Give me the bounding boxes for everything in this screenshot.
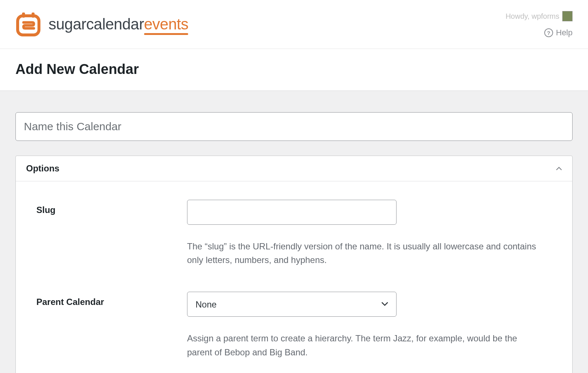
slug-label: Slug <box>36 200 187 215</box>
parent-description: Assign a parent term to create a hierarc… <box>187 331 540 359</box>
options-panel: Options Slug The “slug” is the URL-frien… <box>15 156 573 373</box>
caret-up-icon <box>556 166 562 171</box>
slug-input[interactable] <box>187 200 397 225</box>
howdy-user[interactable]: Howdy, wpforms <box>506 11 573 21</box>
page-title-bar: Add New Calendar <box>0 49 588 91</box>
help-icon: ? <box>544 28 553 37</box>
slug-field-row: Slug The “slug” is the URL-friendly vers… <box>36 200 552 267</box>
help-link[interactable]: ? Help <box>544 28 573 38</box>
svg-rect-2 <box>32 13 35 18</box>
logo: sugarcalendarevents <box>15 11 188 37</box>
svg-rect-1 <box>22 13 25 18</box>
logo-text-main: sugarcalendar <box>49 15 144 33</box>
page-title: Add New Calendar <box>15 61 573 77</box>
parent-field-row: Parent Calendar None Assign a parent ter… <box>36 292 552 359</box>
app-header: sugarcalendarevents Howdy, wpforms ? Hel… <box>0 0 588 49</box>
parent-calendar-select[interactable]: None <box>187 292 397 317</box>
sugar-calendar-logo-icon <box>15 11 41 37</box>
avatar <box>562 11 573 21</box>
logo-text-accent: events <box>144 15 189 33</box>
howdy-text: Howdy, wpforms <box>506 12 559 21</box>
logo-text: sugarcalendarevents <box>49 15 188 33</box>
content-area: Options Slug The “slug” is the URL-frien… <box>0 91 588 373</box>
slug-description: The “slug” is the URL-friendly version o… <box>187 239 540 267</box>
options-panel-header[interactable]: Options <box>16 156 572 181</box>
calendar-name-input[interactable] <box>15 112 573 141</box>
options-panel-title: Options <box>26 163 60 174</box>
options-panel-body: Slug The “slug” is the URL-friendly vers… <box>16 181 572 373</box>
help-label: Help <box>556 28 573 38</box>
parent-label: Parent Calendar <box>36 292 187 307</box>
